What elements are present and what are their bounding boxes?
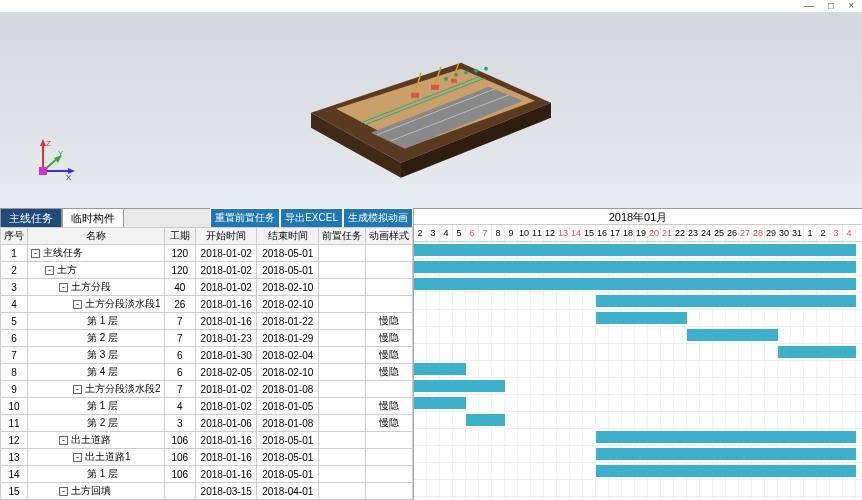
gantt-bar[interactable] <box>414 380 505 392</box>
table-row[interactable]: 4-土方分段淡水段1262018-01-162018-02-10 <box>1 296 413 313</box>
axis-gizmo-icon[interactable]: Z X Y <box>28 136 78 186</box>
generate-animation-button[interactable]: 生成模拟动画 <box>343 208 413 228</box>
cell-anim <box>365 466 412 483</box>
cell-start: 2018-02-05 <box>195 364 257 381</box>
gantt-bar[interactable] <box>596 295 856 307</box>
reset-predecessor-button[interactable]: 重置前置任务 <box>210 208 280 228</box>
cell-name: -土方分段淡水段1 <box>28 296 165 313</box>
gantt-bar[interactable] <box>596 312 687 324</box>
gantt-day: 15 <box>583 225 596 241</box>
table-row[interactable]: 8第 4 层62018-02-052018-02-10慢隐 <box>1 364 413 381</box>
cell-end: 2018-04-01 <box>257 483 319 500</box>
task-table[interactable]: 序号名称工期开始时间结束时间前置任务动画样式 1-主线任务1202018-01-… <box>0 227 413 500</box>
tab-temp-components[interactable]: 临时构件 <box>62 208 124 229</box>
tree-toggle-icon[interactable]: - <box>31 249 40 258</box>
cell-duration: 106 <box>164 466 195 483</box>
table-row[interactable]: 12-出土道路1062018-01-162018-05-01 <box>1 432 413 449</box>
gantt-bar[interactable] <box>596 465 856 477</box>
gantt-row[interactable] <box>414 446 862 463</box>
cell-seq: 8 <box>1 364 28 381</box>
maximize-button[interactable]: □ <box>828 0 834 11</box>
tree-toggle-icon[interactable]: - <box>73 453 82 462</box>
cell-start: 2018-01-16 <box>195 313 257 330</box>
cell-anim: 慢隐 <box>365 347 412 364</box>
gantt-row[interactable] <box>414 463 862 480</box>
table-row[interactable]: 6第 2 层72018-01-232018-01-29慢隐 <box>1 330 413 347</box>
cell-predecessor <box>318 466 365 483</box>
gantt-row[interactable] <box>414 259 862 276</box>
gantt-row[interactable] <box>414 412 862 429</box>
tree-toggle-icon[interactable]: - <box>59 436 68 445</box>
gantt-row[interactable] <box>414 242 862 259</box>
table-row[interactable]: 11第 2 层32018-01-062018-01-08慢隐 <box>1 415 413 432</box>
gantt-day: 19 <box>635 225 648 241</box>
gantt-row[interactable] <box>414 395 862 412</box>
gantt-day: 4 <box>440 225 453 241</box>
tree-toggle-icon[interactable]: - <box>73 300 82 309</box>
gantt-bar[interactable] <box>596 448 856 460</box>
close-button[interactable]: × <box>848 0 854 11</box>
cell-start: 2018-01-02 <box>195 398 257 415</box>
gantt-bar[interactable] <box>687 329 778 341</box>
gantt-bar[interactable] <box>414 397 466 409</box>
gantt-day: 6 <box>466 225 479 241</box>
tree-toggle-icon[interactable]: - <box>59 487 68 496</box>
gantt-day: 16 <box>596 225 609 241</box>
gantt-row[interactable] <box>414 480 862 497</box>
col-header-pre[interactable]: 前置任务 <box>318 228 365 245</box>
gantt-row[interactable] <box>414 293 862 310</box>
gantt-bar[interactable] <box>414 244 856 256</box>
col-header-anim[interactable]: 动画样式 <box>365 228 412 245</box>
cell-name: 第 1 层 <box>28 398 165 415</box>
gantt-row[interactable] <box>414 378 862 395</box>
gantt-row[interactable] <box>414 361 862 378</box>
gantt-bar[interactable] <box>596 431 856 443</box>
gantt-row[interactable] <box>414 344 862 361</box>
table-row[interactable]: 15-土方回填2018-03-152018-04-01 <box>1 483 413 500</box>
cell-end: 2018-01-29 <box>257 330 319 347</box>
tree-toggle-icon[interactable]: - <box>73 385 82 394</box>
gantt-bar[interactable] <box>414 261 856 273</box>
tree-toggle-icon[interactable]: - <box>45 266 54 275</box>
gantt-row[interactable] <box>414 276 862 293</box>
table-row[interactable]: 10第 1 层42018-01-022018-01-05慢隐 <box>1 398 413 415</box>
col-header-seq[interactable]: 序号 <box>1 228 28 245</box>
col-header-name[interactable]: 名称 <box>28 228 165 245</box>
cell-duration: 6 <box>164 364 195 381</box>
table-row[interactable]: 5第 1 层72018-01-162018-01-22慢隐 <box>1 313 413 330</box>
gantt-row[interactable] <box>414 327 862 344</box>
tab-main-tasks[interactable]: 主线任务 <box>0 208 62 229</box>
table-row[interactable]: 7第 3 层62018-01-302018-02-04慢隐 <box>1 347 413 364</box>
minimize-button[interactable]: — <box>804 0 814 11</box>
table-row[interactable]: 2-土方1202018-01-022018-05-01 <box>1 262 413 279</box>
table-row[interactable]: 3-土方分段402018-01-022018-02-10 <box>1 279 413 296</box>
3d-viewport[interactable]: Z X Y <box>0 13 862 208</box>
cell-seq: 14 <box>1 466 28 483</box>
col-header-start[interactable]: 开始时间 <box>195 228 257 245</box>
cell-predecessor <box>318 449 365 466</box>
cell-start: 2018-01-16 <box>195 432 257 449</box>
gantt-day: 29 <box>765 225 778 241</box>
table-row[interactable]: 9-土方分段淡水段272018-01-022018-01-08 <box>1 381 413 398</box>
gantt-bar[interactable] <box>778 346 856 358</box>
gantt-bar[interactable] <box>414 278 856 290</box>
gantt-row[interactable] <box>414 310 862 327</box>
tree-toggle-icon[interactable]: - <box>59 283 68 292</box>
cell-predecessor <box>318 296 365 313</box>
cell-anim: 慢隐 <box>365 364 412 381</box>
col-header-dur[interactable]: 工期 <box>164 228 195 245</box>
cell-duration: 7 <box>164 381 195 398</box>
export-excel-button[interactable]: 导出EXCEL <box>280 208 343 228</box>
table-row[interactable]: 14第 1 层1062018-01-162018-05-01 <box>1 466 413 483</box>
col-header-end[interactable]: 结束时间 <box>257 228 319 245</box>
gantt-bar[interactable] <box>414 363 466 375</box>
cell-predecessor <box>318 330 365 347</box>
gantt-row[interactable] <box>414 429 862 446</box>
gantt-chart[interactable]: 2018年01月 2345678910111213141516171819202… <box>414 209 862 500</box>
table-row[interactable]: 1-主线任务1202018-01-022018-05-01 <box>1 245 413 262</box>
cell-seq: 15 <box>1 483 28 500</box>
table-row[interactable]: 13-出土道路11062018-01-162018-05-01 <box>1 449 413 466</box>
cell-seq: 4 <box>1 296 28 313</box>
gantt-bar[interactable] <box>466 414 505 426</box>
gantt-day: 13 <box>557 225 570 241</box>
